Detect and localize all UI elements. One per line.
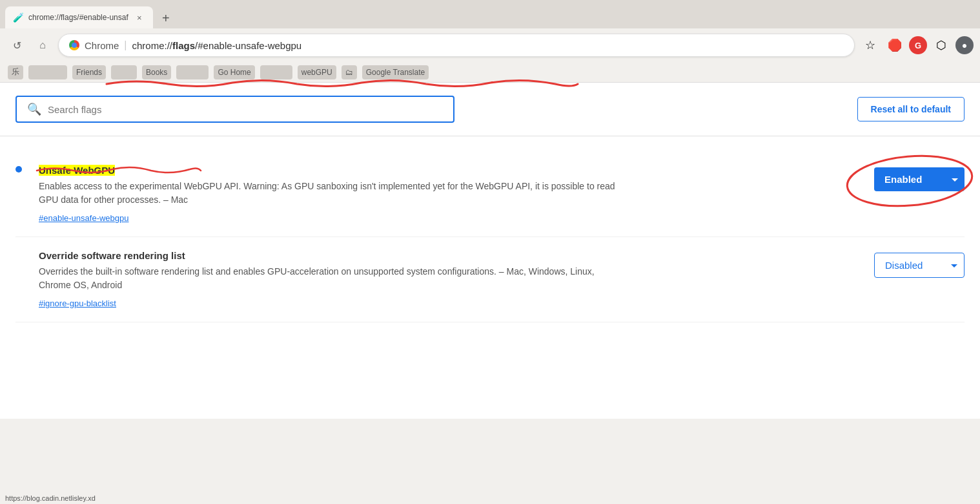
profile-avatar[interactable]: ● <box>955 36 974 54</box>
flag-control-override-rendering[interactable]: Disabled Default Enabled <box>874 253 965 278</box>
flag-link-unsafe-webgpu[interactable]: #enable-unsafe-webgpu <box>39 213 129 223</box>
flags-list: Unsafe WebGPU Enables access to the expe… <box>0 136 980 338</box>
reload-button[interactable]: ↺ <box>6 35 27 56</box>
bookmark-item-2[interactable] <box>28 65 67 79</box>
bookmark-item-4[interactable] <box>111 65 137 79</box>
flags-search-bar: 🔍 Reset all to default <box>0 83 980 136</box>
grammarly-button[interactable]: G <box>909 36 927 54</box>
ublock-icon: 🛑 <box>888 38 902 52</box>
metamask-button[interactable]: ⬡ <box>931 35 952 56</box>
flag-title-highlighted: Unsafe WebGPU <box>39 165 115 176</box>
bookmark-item-9[interactable]: webGPU <box>298 65 336 79</box>
search-input[interactable] <box>48 104 443 115</box>
home-icon: ⌂ <box>39 39 46 51</box>
bookmark-item-6[interactable] <box>176 65 209 79</box>
search-icon: 🔍 <box>27 102 41 116</box>
flag-inactive-dot <box>15 251 22 258</box>
address-url: chrome://flags/#enable-unsafe-webgpu <box>132 40 302 51</box>
bookmark-button[interactable]: ☆ <box>860 35 881 56</box>
bookmark-label: Go Home <box>218 68 250 77</box>
flag-select-enabled[interactable]: Enabled Default Disabled <box>874 167 965 191</box>
bookmark-item-3[interactable]: Friends <box>72 65 106 79</box>
nav-actions: ☆ 🛑 G ⬡ ● <box>860 35 974 56</box>
address-bar[interactable]: Chrome | chrome://flags/#enable-unsafe-w… <box>58 34 855 57</box>
flag-link-override-rendering[interactable]: #ignore-gpu-blacklist <box>39 299 116 308</box>
bookmark-icon: ☆ <box>865 38 875 52</box>
bookmark-label: 乐 <box>12 67 19 78</box>
nav-bar: ↺ ⌂ Chrome | chrome://flags/#enable-unsa… <box>0 28 980 62</box>
address-separator: | <box>124 39 127 51</box>
tab-bar: 🧪 chrome://flags/#enable-unsaf × + <box>0 0 980 28</box>
chrome-brand-icon <box>69 40 79 50</box>
address-flags-bold: flags <box>172 40 195 51</box>
reload-icon: ↺ <box>13 39 21 52</box>
bookmark-item-5[interactable]: Books <box>142 65 171 79</box>
bookmark-item-8[interactable] <box>260 65 292 79</box>
chrome-brand-label: Chrome <box>85 40 119 51</box>
bookmark-item-1[interactable]: 乐 <box>8 65 23 79</box>
flag-content-unsafe-webgpu: Unsafe WebGPU Enables access to the expe… <box>39 165 864 224</box>
avatar-icon: ● <box>962 40 967 50</box>
flag-select-disabled[interactable]: Disabled Default Enabled <box>874 253 965 278</box>
bookmark-item-7[interactable]: Go Home <box>214 65 254 79</box>
bookmark-item-10[interactable]: 🗂 <box>342 65 357 79</box>
flag-dot-col <box>15 165 28 173</box>
ublock-button[interactable]: 🛑 <box>884 35 905 56</box>
flag-title-unsafe-webgpu: Unsafe WebGPU <box>39 165 864 176</box>
new-tab-button[interactable]: + <box>156 8 176 28</box>
bookmarks-bar: 乐 Friends Books Go Home webGPU 🗂 Google … <box>0 62 980 83</box>
flag-active-dot <box>15 166 22 173</box>
page-content: 🔍 Reset all to default Unsafe WebGPU Ena… <box>0 83 980 419</box>
tab-flask-icon: 🧪 <box>13 12 23 23</box>
search-box[interactable]: 🔍 <box>15 96 454 123</box>
bookmark-item-11[interactable]: Google Translate <box>362 65 429 79</box>
flag-content-override-rendering: Override software rendering list Overrid… <box>39 250 864 309</box>
flag-description-unsafe-webgpu: Enables access to the experimental WebGP… <box>39 180 620 207</box>
bookmark-label: Friends <box>76 68 102 77</box>
home-button[interactable]: ⌂ <box>32 35 53 56</box>
flag-item-override-rendering: Override software rendering list Overrid… <box>15 237 965 322</box>
reset-all-button[interactable]: Reset all to default <box>857 97 965 121</box>
tab-close-button[interactable]: × <box>134 12 145 23</box>
bookmark-label: webGPU <box>301 68 332 77</box>
active-tab[interactable]: 🧪 chrome://flags/#enable-unsaf × <box>5 6 153 28</box>
bookmark-label: Google Translate <box>366 68 425 77</box>
metamask-icon: ⬡ <box>936 38 946 52</box>
bookmark-label: Books <box>146 68 167 77</box>
flag-item-unsafe-webgpu: Unsafe WebGPU Enables access to the expe… <box>15 152 965 237</box>
flag-description-override-rendering: Overrides the built-in software renderin… <box>39 265 620 292</box>
flag-dot-col-2 <box>15 250 28 258</box>
grammarly-icon: G <box>915 41 921 50</box>
bookmark-folder-icon: 🗂 <box>345 68 353 77</box>
flag-title-override-rendering: Override software rendering list <box>39 250 864 261</box>
tab-title: chrome://flags/#enable-unsaf <box>28 13 128 22</box>
flag-control-unsafe-webgpu[interactable]: Enabled Default Disabled <box>874 167 965 191</box>
